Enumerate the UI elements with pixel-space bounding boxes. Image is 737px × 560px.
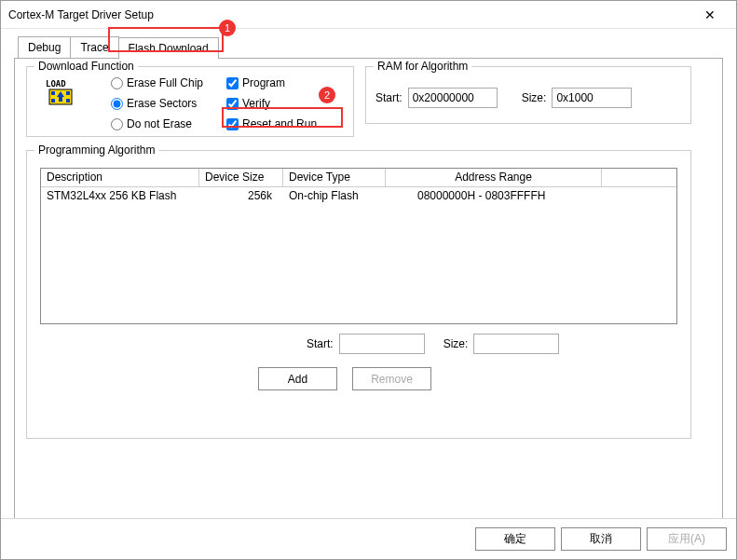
fieldset-download-function: Download Function LOAD <box>26 66 354 137</box>
programming-algorithm-legend: Programming Algorithm <box>34 143 158 157</box>
td-device-size: 256k <box>199 187 283 206</box>
titlebar: Cortex-M Target Driver Setup ✕ <box>1 1 736 29</box>
radio-erase-sectors-label: Erase Sectors <box>127 97 197 110</box>
tab-page-flash-download: Download Function LOAD <box>14 58 723 520</box>
check-reset-and-run[interactable]: Reset and Run <box>226 116 317 132</box>
tab-trace-label: Trace <box>80 41 108 54</box>
tab-flash-download-label: Flash Download <box>129 42 209 55</box>
tab-flash-download[interactable]: Flash Download <box>118 37 219 59</box>
ram-size-input[interactable] <box>552 88 632 108</box>
svg-rect-3 <box>51 91 55 95</box>
dialog-window: Cortex-M Target Driver Setup ✕ Debug Tra… <box>0 0 737 560</box>
option-checkbox-group: Program Verify Reset and Run <box>226 75 317 132</box>
th-description[interactable]: Description <box>41 169 199 187</box>
check-program[interactable]: Program <box>226 75 317 91</box>
th-empty <box>602 169 676 187</box>
remove-button: Remove <box>352 367 431 390</box>
radio-do-not-erase-label: Do not Erase <box>127 117 192 130</box>
algo-start-input[interactable] <box>339 334 425 354</box>
algo-start-label: Start: <box>307 337 334 350</box>
check-verify-label: Verify <box>242 97 270 110</box>
algorithm-buttons: Add Remove <box>258 367 431 390</box>
tab-debug-label: Debug <box>28 41 61 54</box>
ram-size-label: Size: <box>522 91 547 104</box>
algo-size-input[interactable] <box>473 334 559 354</box>
radio-erase-full-chip[interactable]: Erase Full Chip <box>111 75 203 91</box>
svg-rect-8 <box>59 96 62 102</box>
check-program-label: Program <box>242 76 285 89</box>
radio-erase-sectors[interactable]: Erase Sectors <box>111 95 203 112</box>
close-icon: ✕ <box>704 7 716 22</box>
td-description: STM32L4xx 256 KB Flash <box>41 187 199 206</box>
fieldset-ram-for-algorithm: RAM for Algorithm Start: Size: <box>365 66 691 124</box>
load-icon: LOAD <box>46 78 75 108</box>
check-reset-and-run-label: Reset and Run <box>242 117 317 130</box>
close-button[interactable]: ✕ <box>691 2 729 28</box>
algo-size-label: Size: <box>444 337 469 350</box>
ram-legend: RAM for Algorithm <box>374 60 471 73</box>
tab-trace[interactable]: Trace <box>70 36 118 58</box>
check-program-input[interactable] <box>226 77 239 89</box>
svg-rect-6 <box>66 99 70 102</box>
check-reset-and-run-input[interactable] <box>226 118 239 130</box>
radio-do-not-erase-input[interactable] <box>111 118 123 130</box>
ram-start-input[interactable] <box>408 88 498 108</box>
th-device-size[interactable]: Device Size <box>199 169 283 187</box>
dialog-button-bar: 确定 取消 应用(A) <box>1 518 736 559</box>
svg-text:LOAD: LOAD <box>46 79 66 89</box>
check-verify[interactable]: Verify <box>226 95 317 112</box>
tab-strip: Debug Trace Flash Download <box>14 36 723 58</box>
td-device-type: On-chip Flash <box>283 187 386 206</box>
th-address-range[interactable]: Address Range <box>386 169 602 187</box>
radio-do-not-erase[interactable]: Do not Erase <box>111 116 203 132</box>
algorithm-table[interactable]: Description Device Size Device Type Addr… <box>40 168 677 324</box>
algorithm-start-size-row: Start: Size: <box>307 334 559 354</box>
svg-rect-5 <box>51 99 55 102</box>
add-button[interactable]: Add <box>258 367 337 390</box>
radio-erase-full-chip-input[interactable] <box>111 77 123 89</box>
erase-radio-group: Erase Full Chip Erase Sectors Do not Era… <box>111 75 203 132</box>
radio-erase-full-chip-label: Erase Full Chip <box>127 76 203 89</box>
ram-start-label: Start: <box>375 91 403 104</box>
table-row[interactable]: STM32L4xx 256 KB Flash 256k On-chip Flas… <box>41 187 676 206</box>
th-device-type[interactable]: Device Type <box>283 169 386 187</box>
cancel-button[interactable]: 取消 <box>561 527 641 551</box>
algorithm-table-header: Description Device Size Device Type Addr… <box>41 169 676 187</box>
svg-rect-4 <box>66 91 70 95</box>
radio-erase-sectors-input[interactable] <box>111 98 123 110</box>
td-address-range: 08000000H - 0803FFFFH <box>386 187 602 206</box>
window-title: Cortex-M Target Driver Setup <box>8 8 691 21</box>
fieldset-programming-algorithm: Programming Algorithm Description Device… <box>26 150 691 439</box>
download-function-legend: Download Function <box>34 60 138 73</box>
ok-button[interactable]: 确定 <box>475 527 555 551</box>
check-verify-input[interactable] <box>226 98 239 110</box>
td-empty <box>602 187 676 206</box>
content-area: Debug Trace Flash Download 1 Download Fu… <box>1 29 736 518</box>
apply-button: 应用(A) <box>647 527 727 551</box>
tab-debug[interactable]: Debug <box>18 36 71 58</box>
